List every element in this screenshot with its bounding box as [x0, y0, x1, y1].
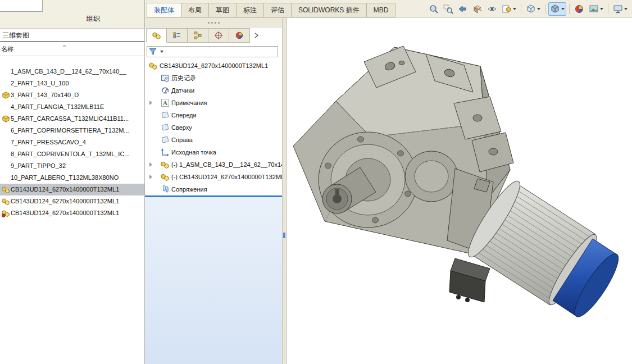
more-tabs-button[interactable]	[250, 28, 262, 43]
list-item-selected[interactable]: CB143UD124_6270x1400000T132ML1	[0, 184, 144, 195]
view-settings-button[interactable]	[611, 2, 629, 16]
dropdown-caret-icon	[624, 8, 628, 10]
zoom-to-fit-button[interactable]	[427, 2, 440, 16]
list-item[interactable]: 5_PART_CARCASSA_T132MLIC411B11...	[0, 113, 144, 125]
tree-node-mates[interactable]: Сопряжения	[145, 183, 282, 195]
panel-title: 三维套图	[0, 28, 144, 42]
input-boss	[405, 151, 458, 202]
tree-node-annotations[interactable]: A Примечания	[145, 97, 282, 109]
tab-feature-tree[interactable]	[146, 28, 167, 43]
expand-arrow-icon[interactable]	[149, 175, 152, 179]
list-item[interactable]: 8_PART_COPRIVENTOLA_T_132ML_IC...	[0, 148, 144, 160]
tree-node-plane-top[interactable]: Сверху	[145, 121, 282, 134]
tab-layout[interactable]: 布局	[181, 3, 208, 17]
tree-node-sensors[interactable]: Датчики	[145, 84, 282, 97]
list-item[interactable]: 4_PART_FLANGIA_T132MLB11E	[0, 101, 144, 113]
zoom-to-fit-icon	[429, 4, 439, 14]
tab-property-manager[interactable]	[167, 28, 188, 43]
tree-node-plane-right[interactable]: Справа	[145, 134, 282, 146]
tree-node-subassembly-1[interactable]: (-) 1_ASM_CB_143_D__124_62__70x140__	[145, 158, 282, 171]
column-header-name[interactable]: 名称 ^	[0, 42, 144, 56]
dropdown-caret-icon	[600, 8, 603, 10]
list-item-label: 1_ASM_CB_143_D__124_62__70x140__	[11, 68, 126, 75]
tab-configurations[interactable]	[188, 28, 208, 43]
assembly-icon	[2, 197, 10, 206]
tree-node-plane-front[interactable]: Спереди	[145, 109, 282, 121]
list-item-label: 2_PART_143_U_100	[11, 80, 69, 87]
section-view-icon	[472, 4, 483, 14]
previous-view-button[interactable]	[456, 2, 470, 16]
tab-assembly[interactable]: 装配体	[147, 3, 181, 17]
list-item-label: 9_PART_TIPPO_32	[11, 162, 66, 169]
graphics-area[interactable]	[287, 18, 632, 364]
assembly-icon	[161, 172, 170, 181]
list-item[interactable]: 7_PART_PRESSACAVO_4	[0, 136, 144, 148]
list-item[interactable]: 9_PART_TIPPO_32	[0, 160, 144, 172]
3d-drawing-view-button[interactable]	[500, 2, 518, 16]
list-item-label: 7_PART_PRESSACAVO_4	[11, 139, 86, 145]
assembly-icon	[2, 185, 10, 194]
edit-appearance-icon	[574, 4, 584, 14]
list-item-label: 6_PART_COPRIMORSETTIERA_T132M...	[11, 127, 129, 134]
tab-markup[interactable]: 标注	[236, 3, 263, 17]
tab-organization[interactable]: 组织	[66, 12, 120, 25]
tab-solidworks-addins[interactable]: SOLIDWORKS 插件	[291, 3, 366, 17]
list-item[interactable]: CB143UD124_6270x1400000T132ML1	[0, 207, 144, 219]
dropdown-caret-icon	[513, 8, 516, 10]
expand-arrow-icon[interactable]	[149, 162, 152, 167]
property-manager-icon	[172, 31, 181, 40]
list-item-label: 3_PART_143_70x140_D	[11, 92, 79, 98]
dropdown-caret-icon	[160, 51, 163, 53]
edit-appearance-button[interactable]	[572, 2, 586, 16]
list-item[interactable]: 2_PART_143_U_100	[0, 78, 144, 89]
sensors-icon	[161, 86, 170, 95]
component-list: 1_ASM_CB_143_D__124_62__70x140__ 2_PART_…	[0, 66, 144, 219]
tab-mbd[interactable]: MBD	[366, 3, 396, 17]
panel-splitter[interactable]	[282, 18, 287, 364]
list-item[interactable]: CB143UD124_6270x1400000T132ML1	[0, 195, 144, 207]
feature-tree-background	[145, 197, 282, 364]
previous-view-icon	[458, 4, 468, 14]
organization-panel-combo[interactable]	[0, 0, 43, 12]
list-item-label: 5_PART_CARCASSA_T132MLIC411B11...	[11, 115, 129, 122]
handle-dot	[215, 22, 216, 24]
terminal-box	[449, 258, 490, 302]
tab-display-manager[interactable]	[229, 28, 250, 43]
expand-arrow-icon[interactable]	[149, 101, 152, 105]
plane-icon	[161, 135, 170, 144]
splitter-handle[interactable]	[283, 233, 285, 238]
panel-collapse-handle[interactable]	[145, 18, 282, 28]
command-manager-bar: 装配体 布局 草图 标注 评估 SOLIDWORKS 插件 MBD	[145, 0, 632, 18]
list-item[interactable]: 10_PART_ALBERO_T132ML38X80NO	[0, 172, 144, 184]
organization-panel: 组织 三维套图 名称 ^ 1_ASM_CB_143_D__124_62__70x…	[0, 0, 145, 364]
apply-scene-button[interactable]	[587, 2, 605, 16]
list-item[interactable]: 1_ASM_CB_143_D__124_62__70x140__	[0, 66, 144, 78]
tab-sketch[interactable]: 草图	[208, 3, 236, 17]
feature-manager-panel: CB143UD124_6270x1400000T132ML1 历史记录 Датч…	[145, 18, 282, 364]
dynamic-annotation-views-button[interactable]	[485, 2, 499, 16]
list-item[interactable]: 6_PART_COPRIMORSETTIERA_T132M...	[0, 125, 144, 136]
history-icon	[161, 74, 170, 83]
feature-manager-tabs	[146, 28, 262, 43]
tab-evaluate[interactable]: 评估	[263, 3, 291, 17]
list-item[interactable]: 3_PART_143_70x140_D	[0, 89, 144, 101]
tree-node-origin[interactable]: Исходная точка	[145, 146, 282, 158]
section-view-button[interactable]	[471, 2, 484, 16]
organization-panel-header: 组织	[0, 0, 144, 28]
annotations-icon: A	[161, 98, 170, 107]
tree-node-subassembly-2[interactable]: (-) CB143UD124_6270x1400000T132ML1	[145, 171, 282, 183]
zoom-to-area-button[interactable]	[442, 2, 455, 16]
tab-dimxpert[interactable]	[208, 28, 229, 43]
display-style-button[interactable]	[548, 2, 566, 16]
handle-dot	[208, 22, 210, 24]
tree-root-assembly[interactable]: CB143UD124_6270x1400000T132ML1	[145, 60, 282, 72]
part-icon	[2, 91, 10, 99]
tree-node-history[interactable]: 历史记录	[145, 72, 282, 84]
model-3d-view[interactable]	[287, 18, 632, 364]
filter-button[interactable]	[147, 46, 278, 57]
chevron-right-icon	[253, 33, 259, 38]
view-orientation-button[interactable]	[524, 2, 542, 16]
sort-ascending-indicator[interactable]: ^	[63, 40, 66, 54]
view-orientation-icon	[526, 4, 536, 14]
assembly-icon	[161, 160, 170, 169]
